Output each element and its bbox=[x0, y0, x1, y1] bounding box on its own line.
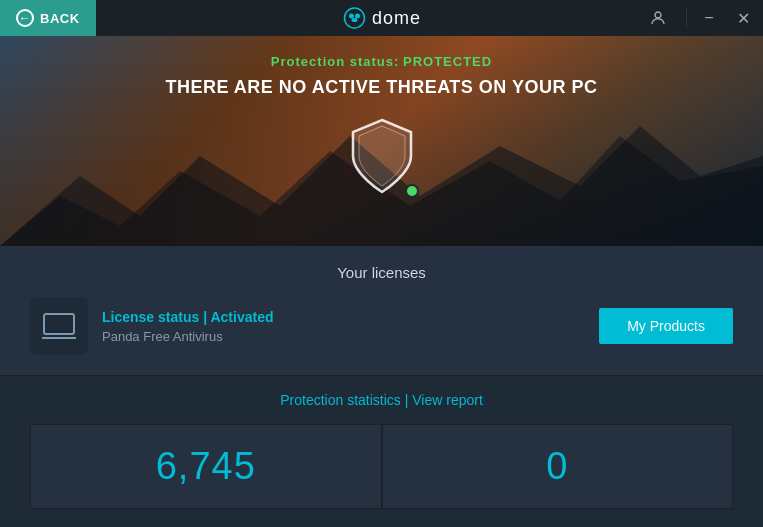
shield-active-dot bbox=[405, 184, 419, 198]
license-status-value: Activated bbox=[210, 309, 273, 325]
license-row: License status | Activated Panda Free An… bbox=[30, 297, 733, 355]
shield-wrapper bbox=[0, 116, 763, 200]
svg-point-4 bbox=[655, 12, 661, 18]
product-name: Panda Free Antivirus bbox=[102, 329, 273, 344]
stat-card-1: 6,745 bbox=[30, 424, 382, 509]
window-controls: − ✕ bbox=[642, 4, 763, 32]
shield-svg bbox=[347, 116, 417, 196]
hero-content: Protection status: PROTECTED THERE ARE N… bbox=[0, 36, 763, 200]
minimize-button[interactable]: − bbox=[693, 4, 725, 32]
license-status-prefix: License status bbox=[102, 309, 199, 325]
logo-text: dome bbox=[372, 8, 421, 29]
stat-value-1: 6,745 bbox=[156, 445, 256, 488]
stat-value-2: 0 bbox=[546, 445, 568, 488]
svg-point-2 bbox=[354, 14, 359, 19]
license-text: License status | Activated Panda Free An… bbox=[102, 309, 273, 344]
device-icon bbox=[30, 297, 88, 355]
user-button[interactable] bbox=[642, 4, 674, 32]
shield-icon bbox=[347, 116, 417, 200]
svg-point-1 bbox=[348, 14, 353, 19]
licenses-section-title: Your licenses bbox=[30, 264, 733, 281]
close-button[interactable]: ✕ bbox=[727, 4, 759, 32]
back-arrow-icon: ← bbox=[16, 9, 34, 27]
license-info: License status | Activated Panda Free An… bbox=[30, 297, 273, 355]
protection-prefix: Protection status: bbox=[271, 54, 400, 69]
view-report-link[interactable]: View report bbox=[412, 392, 483, 408]
stats-title-line: Protection statistics | View report bbox=[30, 392, 733, 408]
svg-point-3 bbox=[351, 18, 357, 22]
protection-status-badge: PROTECTED bbox=[403, 54, 492, 69]
laptop-icon bbox=[42, 312, 76, 340]
panda-logo-icon bbox=[342, 6, 366, 30]
stats-section: Protection statistics | View report 6,74… bbox=[0, 376, 763, 509]
stats-prefix: Protection statistics bbox=[280, 392, 401, 408]
stat-card-2: 0 bbox=[382, 424, 734, 509]
my-products-button[interactable]: My Products bbox=[599, 308, 733, 344]
protection-status-line: Protection status: PROTECTED bbox=[0, 54, 763, 69]
hero-headline: THERE ARE NO ACTIVE THREATS ON YOUR PC bbox=[0, 77, 763, 98]
hero-banner: Protection status: PROTECTED THERE ARE N… bbox=[0, 36, 763, 246]
title-bar: ← BACK dome − ✕ bbox=[0, 0, 763, 36]
back-button[interactable]: ← BACK bbox=[0, 0, 96, 36]
license-status-line: License status | Activated bbox=[102, 309, 273, 325]
stats-grid: 6,745 0 bbox=[30, 424, 733, 509]
back-label: BACK bbox=[40, 11, 80, 26]
logo: dome bbox=[342, 6, 421, 30]
licenses-section: Your licenses License status | Activated… bbox=[0, 246, 763, 376]
svg-rect-7 bbox=[44, 314, 74, 334]
